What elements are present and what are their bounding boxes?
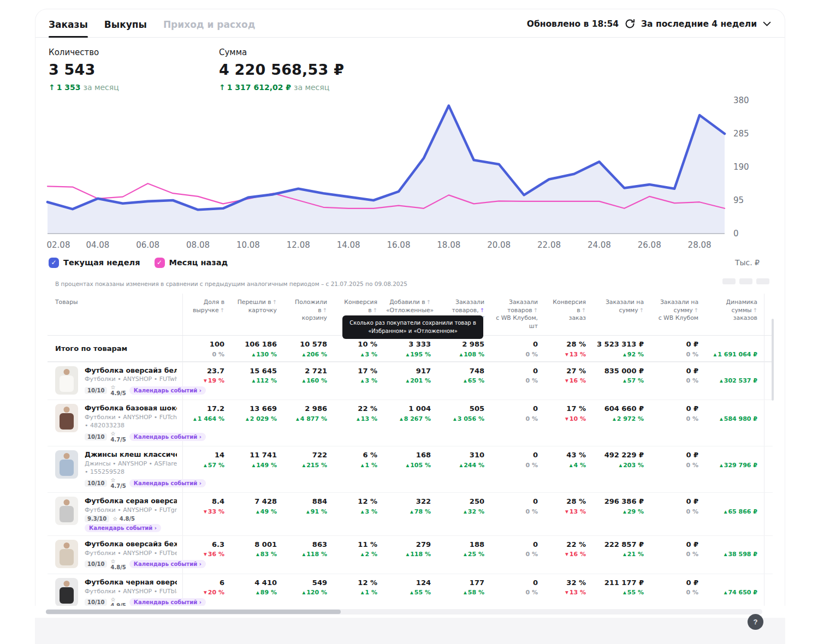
table-cell: 43 %▲4 % — [544, 446, 592, 492]
product-cell[interactable]: Футболка серая оверсайз хлопок одно...Фу… — [48, 493, 183, 535]
column-header[interactable]: Положили в↑корзину — [283, 294, 334, 335]
product-cell[interactable]: Футболка черная оверсайз хлопок одн...Фу… — [48, 574, 183, 606]
product-cell[interactable]: Футболка оверсайз белая хлопок одно...Фу… — [48, 362, 183, 400]
help-button[interactable]: ? — [748, 614, 763, 630]
svg-text:26.08: 26.08 — [638, 240, 661, 250]
sort-arrow-icon: ↑ — [373, 307, 377, 313]
chart-legend: ✓ Текущая неделя ✓ Месяц назад Тыс. ₽ — [35, 255, 785, 270]
arrow-up-icon: ↑ — [219, 83, 226, 92]
table-cell: 00 % — [491, 400, 544, 446]
table-cell: ▲302 537 ₽ — [705, 362, 764, 400]
table-row[interactable]: Футболка черная оверсайз хлопок одн...Фу… — [48, 574, 773, 606]
table-cell: 505▲3 056 % — [437, 400, 491, 446]
period-selector[interactable]: За последние 4 недели — [641, 19, 757, 29]
sort-arrow-icon: ↑ — [534, 307, 538, 313]
table-cell: 6.3▼36 % — [183, 536, 231, 574]
column-header[interactable]: Перешли в↑карточку — [231, 294, 283, 335]
table-row[interactable]: Футболка оверсайз белая хлопок одно...Фу… — [48, 362, 773, 400]
table-cell: ▲65 866 ₽ — [705, 493, 764, 535]
svg-text:190: 190 — [733, 162, 749, 172]
events-calendar-chip[interactable]: Календарь событий › — [85, 524, 161, 532]
table-cell: 0 ₽0 % — [650, 446, 705, 492]
column-header[interactable]: Доля в выручке↑ — [183, 294, 231, 335]
tabs-row: Заказы Выкупы Приход и расход Обновлено … — [35, 9, 785, 38]
table-cell: 917▲201 % — [384, 362, 437, 400]
line-chart[interactable]: 09519028538002.0804.0806.0808.0810.0812.… — [44, 94, 770, 253]
table-row[interactable]: Футболка базовая шоколадная хлопок...Фут… — [48, 399, 773, 446]
table-cell: 0 ₽0 % — [650, 493, 705, 535]
svg-text:18.08: 18.08 — [437, 240, 460, 250]
sort-arrow-icon: ↑ — [639, 307, 644, 313]
table-cell: 322▲78 % — [384, 493, 437, 535]
totals-title: Итого по товарам — [48, 336, 183, 361]
table-cell: ▲38 598 ₽ — [705, 536, 764, 574]
table-cell: 1 004▲8 267 % — [384, 400, 437, 446]
stat-count-delta: ↑1 353 за месяц — [49, 83, 219, 92]
svg-text:24.08: 24.08 — [588, 240, 611, 250]
product-cell[interactable]: Футболка базовая шоколадная хлопок...Фут… — [48, 400, 183, 446]
rating-badge: ☆ 4.9/5 — [110, 384, 126, 396]
svg-text:22.08: 22.08 — [537, 240, 561, 250]
sort-arrow-icon: ↑ — [323, 307, 327, 313]
horizontal-scrollbar-thumb[interactable] — [46, 610, 341, 614]
legend-month-ago[interactable]: ✓ Месяц назад — [155, 258, 228, 268]
tab-income-expense[interactable]: Приход и расход — [163, 19, 256, 37]
sort-arrow-icon: ↑ — [480, 307, 484, 313]
table-cell: 863▲118 % — [283, 536, 334, 574]
vertical-scrollbar[interactable] — [772, 319, 774, 401]
legend-current-week[interactable]: ✓ Текущая неделя — [49, 258, 140, 268]
product-photo-figure — [64, 407, 70, 413]
table-cell: 0 ₽0 % — [650, 400, 705, 446]
table-note: В процентах показаны изменения в сравнен… — [48, 281, 774, 287]
table-cell: 250▲32 % — [437, 493, 491, 535]
product-title: Джинсы клеш классические с высокой... — [85, 450, 177, 459]
product-cell[interactable]: Футболка оверсайз бежевая хлопок п...Фут… — [48, 536, 183, 574]
stats-row: Количество 3 543 ↑1 353 за месяц Сумма 4… — [35, 38, 785, 92]
table-cell: 13 669▲2 029 % — [231, 400, 283, 446]
table-cell: 188▲25 % — [437, 536, 491, 574]
content-score-badge: 10/10 — [85, 599, 107, 606]
table-cell: 884▲91 % — [283, 493, 334, 535]
table-cell: 00 % — [491, 336, 544, 361]
table-cell: 835 000 ₽▲57 % — [592, 362, 650, 400]
refresh-icon[interactable] — [624, 18, 636, 29]
column-header-products: Товары — [48, 294, 183, 335]
table-cell: ▲1 691 064 ₽ — [705, 336, 764, 361]
table-row[interactable]: Джинсы клеш классические с высокой...Джи… — [48, 446, 773, 492]
stat-sum-value: 4 220 568,53 ₽ — [219, 61, 389, 78]
table-row[interactable]: Футболка оверсайз бежевая хлопок п...Фут… — [48, 535, 773, 574]
column-header[interactable]: Конверсия в↑заказ — [544, 294, 592, 335]
table-cell: 15 645▲112 % — [231, 362, 283, 400]
chevron-down-icon[interactable] — [762, 19, 772, 28]
table-cell: 10 %▲3 % — [334, 336, 384, 361]
checkbox-checked-icon[interactable]: ✓ — [49, 258, 59, 268]
updated-label: Обновлено в 18:54 — [527, 19, 619, 29]
product-meta: Футболки • ANYSHOP • FUTbeige • 24240355… — [85, 550, 177, 557]
table-cell: 2 985▲108 % — [437, 336, 491, 361]
product-cell[interactable]: Джинсы клеш классические с высокой...Джи… — [48, 446, 183, 492]
table-cell: 3 333▲195 % — [384, 336, 437, 361]
table-cell: 279▲118 % — [384, 536, 437, 574]
table-cell: ▲74 650 ₽ — [705, 574, 764, 606]
svg-text:12.08: 12.08 — [287, 240, 310, 250]
table-cell: 00 % — [491, 493, 544, 535]
column-header[interactable]: Динамика суммы↑заказов — [705, 294, 764, 335]
column-header[interactable]: Заказали на сумму↑ — [592, 294, 650, 335]
column-header[interactable]: Заказали товаров↑с WB Клубом, шт — [491, 294, 544, 335]
table-cell: 00 % — [491, 536, 544, 574]
table-row[interactable]: Футболка серая оверсайз хлопок одно...Фу… — [48, 492, 773, 535]
table-cell: 28 %▼13 % — [544, 336, 592, 361]
checkbox-checked-icon[interactable]: ✓ — [155, 258, 165, 268]
table-cell: 106 186▲130 % — [231, 336, 283, 361]
stat-sum: Сумма 4 220 568,53 ₽ ↑1 317 612,02 ₽ за … — [219, 47, 389, 92]
column-header[interactable]: Заказали на сумму↑с WB Клубом — [650, 294, 705, 335]
tab-buyouts[interactable]: Выкупы — [104, 19, 147, 37]
products-table-section: В процентах показаны изменения в сравнен… — [48, 281, 774, 606]
table-cell: 22 %▲13 % — [334, 400, 384, 446]
table-cell: 310▲244 % — [437, 446, 491, 492]
table-cell: 177▲58 % — [437, 574, 491, 606]
horizontal-scrollbar-track[interactable] — [46, 609, 762, 615]
tab-orders[interactable]: Заказы — [49, 19, 88, 37]
product-photo-figure — [64, 499, 70, 505]
product-title: Футболка серая оверсайз хлопок одно... — [85, 497, 177, 505]
